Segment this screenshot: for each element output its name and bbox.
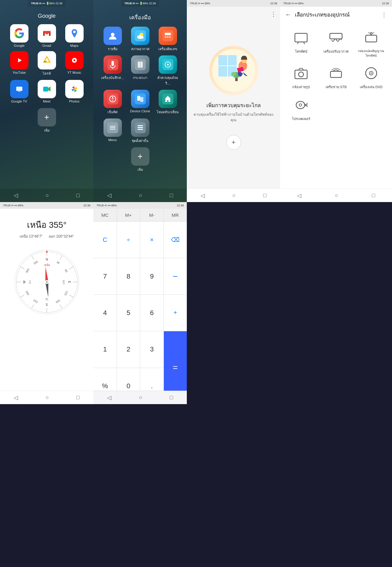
svg-rect-70 [330, 33, 342, 39]
calc-8[interactable]: 8 [117, 258, 140, 294]
app-meet[interactable]: Meet [35, 80, 59, 103]
app-photos[interactable]: Photos [62, 80, 87, 103]
home-nav-6[interactable]: ○ [139, 394, 142, 401]
app-googletv[interactable]: Google TV [7, 80, 32, 103]
app-maps[interactable]: Maps [62, 24, 87, 47]
add-tool-item[interactable]: + เพิ่ม [131, 147, 149, 172]
calc-multiply[interactable]: × [140, 222, 164, 258]
app-menu[interactable]: Menu [100, 118, 125, 144]
calc-mminus[interactable]: M- [140, 209, 164, 221]
device-dvd[interactable]: เครื่องเล่น DVD [355, 64, 387, 90]
calc-backspace[interactable]: ⌫ [164, 222, 187, 258]
compass-dial: N 30 60 E 120 150 S 210 240 W 300 330 เห… [13, 248, 81, 316]
back-nav-1[interactable]: ◁ [14, 192, 18, 199]
add-app-button[interactable]: + [38, 108, 56, 126]
app-settings[interactable]: ชุดตั้งค่าขั้น [128, 118, 153, 144]
contacts-icon [104, 27, 122, 45]
more-button-smarthome[interactable]: ⋮ [270, 10, 277, 18]
back-nav-4[interactable]: ◁ [297, 192, 301, 199]
recent-nav-3[interactable]: □ [263, 192, 266, 199]
add-smarthome-button[interactable]: + [226, 135, 241, 150]
gmail-label: Gmail [42, 44, 51, 47]
svg-point-62 [231, 72, 236, 76]
app-smartctrl[interactable]: ตัวควบคุมอัจฉริ... [156, 55, 180, 86]
calc-mc[interactable]: MC [93, 209, 117, 221]
nav-bar-2: ◁ ○ □ [93, 189, 187, 202]
app-compass[interactable]: เข็มทิศ [100, 90, 125, 115]
app-calculator[interactable]: เครื่องคิดเลข [156, 27, 180, 52]
calc-7[interactable]: 7 [93, 258, 117, 294]
compass-status-bar: TRUE-H ▪▪▪ 88% 22:38 [0, 202, 93, 209]
calc-6[interactable]: 6 [140, 295, 164, 331]
app-mirror[interactable]: กระจกเงา [128, 55, 153, 86]
add-app-item[interactable]: + เพิ่ม [38, 108, 56, 133]
select-status-bar: TRUE-H ▪▪▪ 88% 22:38 [280, 0, 392, 7]
calc-3[interactable]: 3 [140, 331, 164, 367]
svg-line-74 [368, 32, 370, 34]
app-gmail[interactable]: Gmail [35, 24, 59, 47]
back-nav-2[interactable]: ◁ [107, 192, 111, 199]
back-nav-6[interactable]: ◁ [107, 394, 111, 401]
panel-compass: TRUE-H ▪▪▪ 88% 22:38 เหนือ 355° เหนือ 13… [0, 202, 93, 404]
home-nav-4[interactable]: ○ [335, 192, 338, 199]
calc-plus[interactable]: + [164, 295, 187, 331]
more-button-select[interactable]: ⋮ [381, 11, 387, 18]
calc-4[interactable]: 4 [93, 295, 117, 331]
back-nav-5[interactable]: ◁ [14, 394, 18, 401]
calc-1[interactable]: 1 [93, 331, 117, 367]
back-nav-3[interactable]: ◁ [201, 192, 205, 199]
homeswitch-label: โหมดสับเปลี่ยน [156, 109, 179, 115]
recent-nav-5[interactable]: □ [76, 394, 80, 401]
netstb-label: เครือข่าย STB [326, 84, 346, 90]
device-camera[interactable]: กล้องถ่ายรูป [285, 64, 317, 90]
menu-icon-app [104, 118, 122, 137]
app-deviceclone[interactable]: Device Clone [128, 90, 153, 115]
calc-mr[interactable]: MR [164, 209, 187, 221]
recent-nav-4[interactable]: □ [372, 192, 375, 199]
home-nav-5[interactable]: ○ [46, 394, 49, 401]
tools-app-grid: รายชื่อ สภาพอากาศ เครื่องคิดเลข เครื่องบ… [97, 27, 183, 144]
svg-rect-14 [16, 87, 22, 91]
coord-east: ออก 100°32'44" [49, 233, 74, 239]
recent-nav-2[interactable]: □ [170, 192, 173, 199]
app-homeswitch[interactable]: โหมดสับเปลี่ยน [156, 90, 180, 115]
home-nav-2[interactable]: ○ [139, 192, 142, 199]
device-netstb[interactable]: เครือข่าย STB [320, 64, 352, 90]
deviceclone-icon [131, 90, 149, 108]
ac-icon [327, 28, 345, 47]
back-button-select[interactable]: ← [285, 11, 291, 18]
calc-clear[interactable]: C [93, 222, 117, 258]
calc-minus[interactable]: − [164, 258, 187, 294]
calc-mplus[interactable]: M+ [117, 209, 140, 221]
calculator-label: เครื่องคิดเลข [158, 46, 177, 52]
google-app-grid: Google Gmail Maps YouTube [4, 24, 90, 103]
calc-divide[interactable]: ÷ [117, 222, 140, 258]
home-nav-3[interactable]: ○ [232, 192, 236, 199]
calc-2[interactable]: 2 [117, 331, 140, 367]
svg-rect-45 [137, 96, 140, 101]
app-drive[interactable]: ไดรฟ์ [35, 51, 59, 76]
calc-5[interactable]: 5 [117, 295, 140, 331]
app-weather[interactable]: สภาพอากาศ [128, 27, 153, 52]
recent-nav-6[interactable]: □ [170, 394, 173, 401]
contacts-label: รายชื่อ [108, 46, 118, 52]
app-soundrec[interactable]: เครื่องบันทึกส... [100, 55, 125, 86]
mirror-icon [131, 55, 149, 74]
device-stb-signal[interactable]: กล่องแปลงสัญญาณโทรทัศน์ [355, 28, 387, 58]
svg-rect-51 [110, 129, 115, 130]
app-google[interactable]: Google [7, 24, 32, 47]
app-contacts[interactable]: รายชื่อ [100, 27, 125, 52]
recent-nav-1[interactable]: □ [76, 192, 80, 199]
device-ac[interactable]: เครื่องปรับอากาศ [320, 28, 352, 58]
app-youtube[interactable]: YouTube [7, 51, 32, 76]
calc-9[interactable]: 9 [140, 258, 164, 294]
calc-time: 22:38 [177, 204, 184, 207]
device-tv[interactable]: โทรทัศน์ [285, 28, 317, 58]
svg-point-82 [296, 101, 305, 109]
add-tool-button[interactable]: + [131, 147, 149, 166]
svg-point-83 [299, 104, 302, 106]
device-projector[interactable]: โปรเจคเตอร์ [285, 96, 317, 122]
home-nav-1[interactable]: ○ [46, 192, 49, 199]
settings-icon-app [131, 118, 149, 137]
app-ytmusic[interactable]: YT Music [62, 51, 87, 76]
